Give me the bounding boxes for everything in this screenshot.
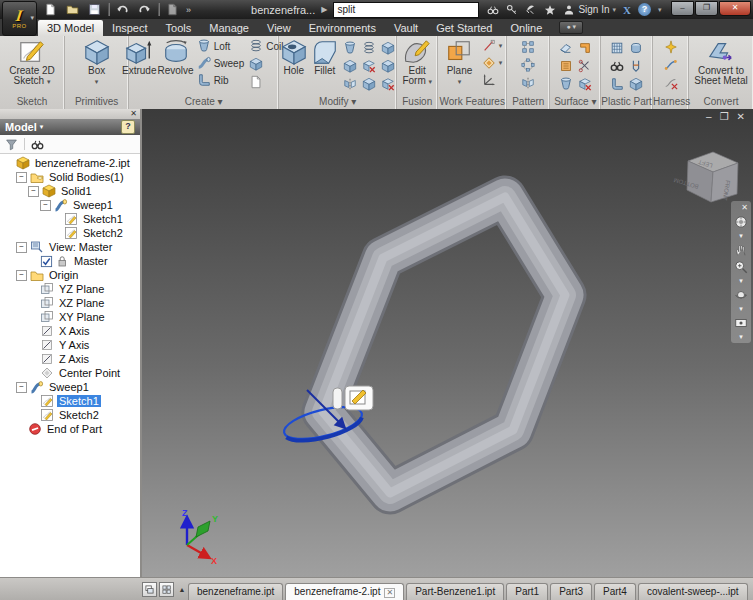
tree-item-end-of-part[interactable]: End of Part bbox=[0, 422, 140, 436]
panel-label-create[interactable]: Create ▾ bbox=[129, 96, 278, 109]
browser-help-icon[interactable]: ? bbox=[121, 120, 135, 134]
ribbon-tab-get-started[interactable]: Get Started bbox=[427, 20, 501, 36]
sculpt-button[interactable] bbox=[557, 57, 575, 74]
create-harness-button[interactable] bbox=[662, 38, 680, 55]
draft-button[interactable] bbox=[341, 75, 359, 92]
tree-item-sketch2[interactable]: Sketch2 bbox=[0, 226, 140, 240]
combine-button[interactable] bbox=[379, 57, 397, 74]
ribbon-tab-tools[interactable]: Tools bbox=[157, 20, 201, 36]
tree-expander-icon[interactable]: − bbox=[16, 382, 27, 393]
update-button[interactable] bbox=[164, 2, 181, 17]
communication-center-button[interactable] bbox=[525, 4, 537, 16]
chevron-down-icon[interactable]: ▾ bbox=[739, 277, 743, 285]
viewport-3d[interactable]: Z X Y BOTTOM LEFT FRONT – ❐ ✕ ✕ ▾ bbox=[142, 109, 753, 578]
rib-button[interactable]: Rib bbox=[195, 72, 247, 88]
tree-item-view-master[interactable]: −View: Master bbox=[0, 240, 140, 254]
chevron-down-icon[interactable]: ▾ bbox=[739, 305, 743, 313]
plane-button[interactable]: Plane▾ bbox=[440, 38, 478, 96]
tile-windows-button[interactable] bbox=[159, 582, 174, 597]
doc-tab-benzeneframe-2-ipt[interactable]: benzeneframe-2.ipt✕ bbox=[285, 583, 404, 600]
lip-button[interactable] bbox=[608, 57, 626, 74]
steering-wheel-icon[interactable] bbox=[734, 215, 748, 229]
tree-item-xz-plane[interactable]: XZ Plane bbox=[0, 296, 140, 310]
emboss-button[interactable] bbox=[247, 55, 265, 72]
rest-button[interactable] bbox=[627, 75, 645, 92]
chamfer-button[interactable] bbox=[341, 57, 359, 74]
extend-button[interactable] bbox=[557, 75, 575, 92]
tree-expander-icon[interactable]: − bbox=[16, 242, 27, 253]
zoom-icon[interactable] bbox=[734, 260, 748, 274]
panel-label-surface[interactable]: Surface ▾ bbox=[550, 96, 600, 109]
tree-item-z-axis[interactable]: Z Axis bbox=[0, 352, 140, 366]
find-binoculars-icon[interactable] bbox=[31, 138, 44, 151]
visibility-checkbox[interactable] bbox=[40, 255, 53, 268]
move-bodies-button[interactable] bbox=[379, 39, 397, 56]
grill-button[interactable] bbox=[608, 39, 626, 56]
panel-label-sketch[interactable]: Sketch bbox=[0, 96, 64, 109]
tree-expander-icon[interactable]: − bbox=[16, 172, 27, 183]
restore-button[interactable]: ❐ bbox=[695, 1, 718, 16]
tree-expander-icon[interactable]: − bbox=[28, 186, 39, 197]
chevron-down-icon[interactable]: ▾ bbox=[739, 232, 743, 240]
panel-label-harness[interactable]: Harness bbox=[653, 96, 688, 109]
application-menu-button[interactable]: I PRO ▾ bbox=[2, 1, 37, 36]
doc-close-button[interactable]: ✕ bbox=[737, 111, 745, 122]
tree-item-sketch1[interactable]: Sketch1 bbox=[0, 394, 140, 408]
viewport-background[interactable] bbox=[142, 109, 753, 578]
hole-button[interactable]: Hole bbox=[279, 38, 309, 96]
minimize-button[interactable]: – bbox=[671, 1, 694, 16]
tree-item-master[interactable]: Master bbox=[0, 254, 140, 268]
browser-title-bar[interactable]: Model ▾ ? bbox=[0, 119, 140, 135]
extrude-button[interactable]: Extrude bbox=[122, 38, 156, 96]
panel-label-fusion[interactable]: Fusion bbox=[397, 96, 437, 109]
thicken-offset-button[interactable] bbox=[360, 75, 378, 92]
subscription-button[interactable] bbox=[506, 4, 518, 16]
create-2d-sketch-button[interactable]: Create 2D Sketch ▾ bbox=[2, 38, 62, 96]
panel-label-convert[interactable]: Convert bbox=[689, 96, 753, 109]
split-button[interactable] bbox=[360, 57, 378, 74]
doc-tab-part4[interactable]: Part4 bbox=[594, 583, 636, 600]
undo-button[interactable] bbox=[114, 2, 131, 17]
exchange-apps-button[interactable]: X bbox=[623, 4, 631, 16]
infocenter-expand-arrow[interactable]: ▶ bbox=[321, 5, 327, 14]
ribbon-tab-3d-model[interactable]: 3D Model bbox=[38, 20, 103, 36]
panel-label-primitives[interactable]: Primitives bbox=[65, 96, 128, 109]
tree-item-sketch2[interactable]: Sketch2 bbox=[0, 408, 140, 422]
route-button[interactable] bbox=[662, 56, 680, 73]
unroute-button[interactable] bbox=[662, 74, 680, 91]
derive-button[interactable] bbox=[247, 73, 265, 90]
filter-funnel-icon[interactable] bbox=[5, 138, 18, 151]
trim-button[interactable] bbox=[576, 57, 594, 74]
tree-item-benzeneframe-2-ipt[interactable]: benzeneframe-2.ipt bbox=[0, 156, 140, 170]
ribbon-tab-manage[interactable]: Manage bbox=[200, 20, 258, 36]
doc-tab-part1[interactable]: Part1 bbox=[506, 583, 548, 600]
tree-item-sweep1[interactable]: −Sweep1 bbox=[0, 380, 140, 394]
panel-label-pattern[interactable]: Pattern bbox=[507, 96, 549, 109]
circular-pattern-button[interactable] bbox=[519, 56, 537, 73]
tree-item-y-axis[interactable]: Y Axis bbox=[0, 338, 140, 352]
ribbon-tab-environments[interactable]: Environments bbox=[300, 20, 385, 36]
doc-tab-benzeneframe-ipt[interactable]: benzeneframe.ipt bbox=[188, 583, 283, 600]
doc-tab-part3[interactable]: Part3 bbox=[550, 583, 592, 600]
rib-plastic-button[interactable] bbox=[608, 75, 626, 92]
search-input[interactable] bbox=[333, 2, 479, 18]
collapse-tabs-button[interactable]: ▲ bbox=[176, 586, 188, 593]
tree-item-yz-plane[interactable]: YZ Plane bbox=[0, 282, 140, 296]
browser-close-icon[interactable]: ✕ bbox=[130, 110, 137, 118]
pan-hand-icon[interactable] bbox=[734, 243, 748, 257]
tree-item-x-axis[interactable]: X Axis bbox=[0, 324, 140, 338]
sign-in-button[interactable]: Sign In ▾ bbox=[563, 4, 616, 16]
fillet-button[interactable]: Fillet bbox=[310, 38, 340, 96]
orbit-icon[interactable] bbox=[734, 288, 748, 302]
mirror-button[interactable] bbox=[519, 74, 537, 91]
doc-restore-button[interactable]: ❐ bbox=[720, 111, 729, 122]
save-button[interactable] bbox=[86, 2, 103, 17]
qat-overflow-button[interactable]: » bbox=[186, 5, 191, 15]
open-button[interactable] bbox=[64, 2, 81, 17]
point-button[interactable]: ▾ bbox=[480, 55, 505, 71]
ribbon-tab-online[interactable]: Online bbox=[501, 20, 551, 36]
tree-item-sweep1[interactable]: −Sweep1 bbox=[0, 198, 140, 212]
scene-canvas[interactable]: Z X Y BOTTOM LEFT FRONT bbox=[142, 109, 753, 578]
tab-close-icon[interactable]: ✕ bbox=[384, 588, 395, 598]
delete-face-button[interactable] bbox=[576, 75, 594, 92]
